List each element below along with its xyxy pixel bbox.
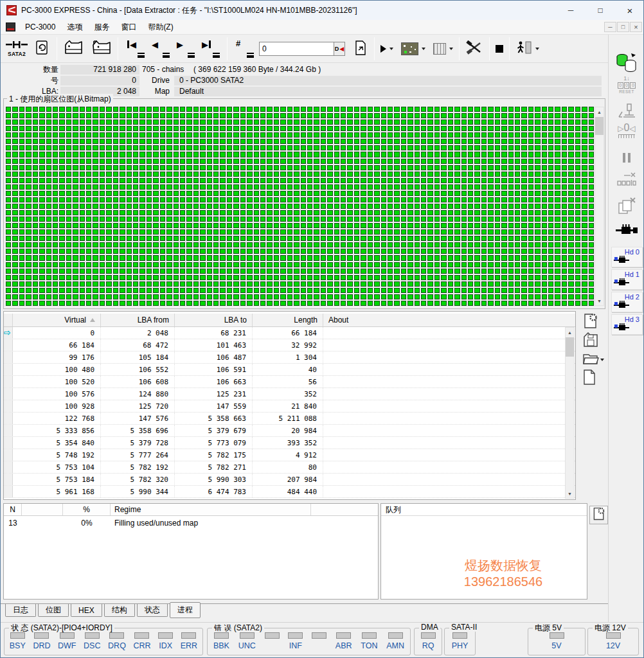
bitmap-cell[interactable] [314,229,319,235]
bitmap-cell[interactable] [327,269,332,274]
bitmap-cell[interactable] [193,294,199,299]
bitmap-cell[interactable] [535,204,540,209]
bitmap-cell[interactable] [555,172,560,177]
bitmap-cell[interactable] [394,242,399,247]
bitmap-cell[interactable] [160,301,165,306]
bitmap-cell[interactable] [287,197,292,202]
bitmap-cell[interactable] [407,229,413,235]
bitmap-cell[interactable] [542,255,547,260]
bitmap-cell[interactable] [589,242,594,247]
bitmap-cell[interactable] [388,229,393,235]
bitmap-cell[interactable] [488,197,493,202]
bitmap-cell[interactable] [421,139,426,144]
bitmap-cell[interactable] [46,217,51,222]
bitmap-cell[interactable] [133,223,138,228]
bitmap-cell[interactable] [19,178,24,183]
bitmap-cell[interactable] [73,132,78,138]
tab-状态[interactable]: 状态 [137,604,168,617]
bitmap-cell[interactable] [589,288,594,293]
bitmap-cell[interactable] [174,107,179,112]
bitmap-cell[interactable] [427,184,433,190]
bitmap-cell[interactable] [66,281,71,287]
bitmap-cell[interactable] [307,275,312,280]
bitmap-cell[interactable] [160,145,165,150]
bitmap-cell[interactable] [193,242,199,247]
bitmap-cell[interactable] [46,184,51,190]
bitmap-cell[interactable] [535,229,540,235]
bitmap-cell[interactable] [274,262,279,267]
bitmap-cell[interactable] [113,269,118,274]
bitmap-cell[interactable] [327,197,332,202]
bitmap-cell[interactable] [508,301,514,306]
bitmap-cell[interactable] [548,236,553,241]
bitmap-cell[interactable] [582,191,587,196]
bitmap-cell[interactable] [19,255,24,260]
bitmap-cell[interactable] [427,236,433,241]
bitmap-cell[interactable] [240,229,246,235]
bitmap-cell[interactable] [368,191,373,196]
bitmap-cell[interactable] [274,132,279,138]
bitmap-cell[interactable] [501,113,506,118]
bitmap-cell[interactable] [568,223,573,228]
bitmap-cell[interactable] [53,165,58,170]
bitmap-cell[interactable] [127,107,132,112]
bitmap-cell[interactable] [153,236,158,241]
bitmap-cell[interactable] [501,288,506,293]
bitmap-cell[interactable] [287,275,292,280]
bitmap-cell[interactable] [26,107,31,112]
bitmap-cell[interactable] [415,281,420,287]
bitmap-cell[interactable] [193,249,199,254]
bitmap-cell[interactable] [515,204,520,209]
bitmap-cell[interactable] [307,288,312,293]
bitmap-cell[interactable] [314,113,319,118]
bitmap-cell[interactable] [294,294,299,299]
bitmap-cell[interactable] [93,288,98,293]
bitmap-cell[interactable] [394,191,399,196]
bitmap-cell[interactable] [321,204,326,209]
bitmap-cell[interactable] [127,204,132,209]
bitmap-cell[interactable] [247,229,252,235]
bitmap-cell[interactable] [280,132,285,138]
bitmap-cell[interactable] [307,145,312,150]
bitmap-cell[interactable] [127,159,132,164]
mdi-close-button[interactable]: × [630,22,642,32]
bitmap-cell[interactable] [301,139,306,144]
save-task-button[interactable] [63,36,84,62]
bitmap-cell[interactable] [274,126,279,131]
bitmap-cell[interactable] [481,269,487,274]
bitmap-cell[interactable] [66,126,71,131]
bitmap-cell[interactable] [274,223,279,228]
bitmap-cell[interactable] [521,178,526,183]
bitmap-cell[interactable] [73,113,78,118]
bitmap-cell[interactable] [186,152,192,157]
bitmap-cell[interactable] [100,165,105,170]
bitmap-cell[interactable] [341,262,346,267]
bitmap-cell[interactable] [139,107,145,112]
bitmap-cell[interactable] [589,132,594,138]
bitmap-cell[interactable] [280,184,285,190]
bitmap-cell[interactable] [100,281,105,287]
bitmap-cell[interactable] [267,217,272,222]
bitmap-cell[interactable] [113,294,118,299]
bitmap-cell[interactable] [341,191,346,196]
bitmap-cell[interactable] [461,139,467,144]
bitmap-cell[interactable] [501,229,506,235]
bitmap-cell[interactable] [521,281,526,287]
bitmap-cell[interactable] [213,120,219,125]
bitmap-cell[interactable] [213,178,219,183]
bitmap-cell[interactable] [6,145,11,150]
bitmap-cell[interactable] [441,204,446,209]
bitmap-cell[interactable] [427,294,433,299]
bitmap-cell[interactable] [26,255,31,260]
bitmap-cell[interactable] [274,269,279,274]
bitmap-cell[interactable] [521,145,526,150]
bitmap-cell[interactable] [421,126,426,131]
bitmap-cell[interactable] [147,197,152,202]
bitmap-cell[interactable] [240,262,246,267]
bitmap-cell[interactable] [127,113,132,118]
bitmap-cell[interactable] [568,191,573,196]
bitmap-cell[interactable] [180,281,185,287]
bitmap-cell[interactable] [415,275,420,280]
bitmap-cell[interactable] [515,139,520,144]
bitmap-cell[interactable] [542,165,547,170]
